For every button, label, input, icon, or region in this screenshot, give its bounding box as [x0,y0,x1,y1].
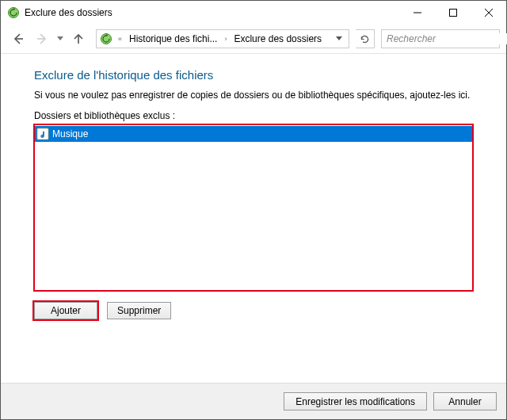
content-area: Exclure de l'historique des fichiers Si … [1,54,506,383]
nav-back-button[interactable] [7,28,29,50]
address-dropdown-icon[interactable] [333,36,345,41]
nav-up-button[interactable] [67,28,90,50]
cancel-button[interactable]: Annuler [433,392,497,410]
list-item[interactable]: Musique [35,126,472,142]
refresh-button[interactable] [356,29,375,48]
page-description: Si vous ne voulez pas enregistrer de cop… [34,90,473,101]
navbar: « Historique des fichi... › Exclure des … [1,25,506,53]
titlebar: Exclure des dossiers [1,1,506,25]
list-label: Dossiers et bibliothèques exclus : [34,110,473,121]
nav-recent-dropdown[interactable] [55,28,66,50]
add-button[interactable]: Ajouter [34,302,97,319]
save-button[interactable]: Enregistrer les modifications [284,392,427,410]
breadcrumb-sep-icon[interactable]: › [222,35,229,43]
window-title: Exclure des dossiers [25,7,399,18]
music-library-icon [36,128,49,140]
list-buttons: Ajouter Supprimer [34,302,473,319]
remove-button[interactable]: Supprimer [107,302,171,319]
address-bar[interactable]: « Historique des fichi... › Exclure des … [96,29,349,48]
breadcrumb-item-2[interactable]: Exclure des dossiers [232,33,323,44]
search-input[interactable] [382,33,507,44]
window: Exclure des dossiers [0,0,507,420]
svg-point-13 [40,135,44,138]
nav-forward-button[interactable] [31,28,53,50]
close-button[interactable] [471,1,506,25]
page-heading: Exclure de l'historique des fichiers [34,68,473,82]
maximize-button[interactable] [435,1,471,25]
search-box[interactable] [381,29,500,48]
excluded-listbox[interactable]: Musique [34,124,473,291]
minimize-button[interactable] [399,1,435,25]
footer: Enregistrer les modifications Annuler [1,383,506,419]
breadcrumb-root-sep[interactable]: « [116,35,124,43]
svg-rect-2 [449,10,456,17]
breadcrumb-item-1[interactable]: Historique des fichi... [128,33,219,44]
app-icon [100,32,112,45]
list-item-label: Musique [52,128,88,139]
app-icon [7,6,20,19]
